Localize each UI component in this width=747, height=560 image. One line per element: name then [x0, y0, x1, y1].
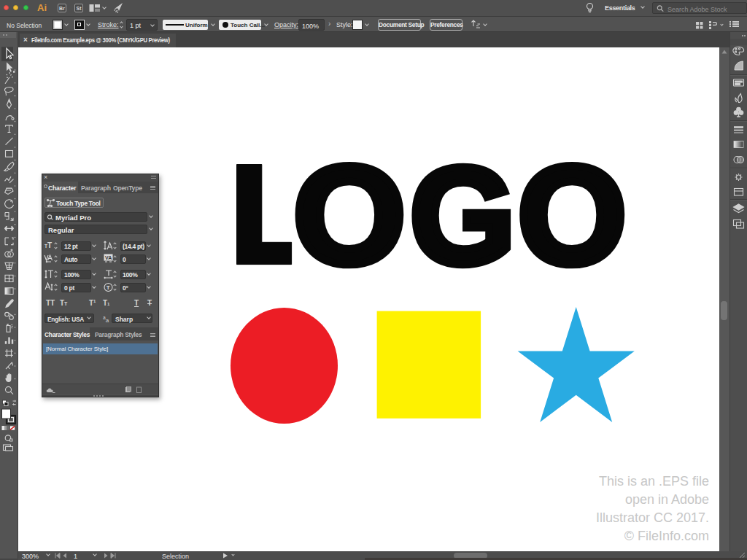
svg-text:T: T [107, 284, 110, 291]
svg-text:G: G [410, 138, 515, 293]
svg-text:Illustrator CC 2017.: Illustrator CC 2017. [596, 510, 709, 525]
svg-text:VA: VA [105, 255, 112, 260]
svg-text:O: O [518, 137, 627, 292]
svg-text:This is an .EPS file: This is an .EPS file [599, 474, 709, 489]
svg-text:O: O [293, 137, 406, 292]
svg-text:open in Adobe: open in Adobe [625, 492, 709, 507]
svg-text:© FileInfo.com: © FileInfo.com [624, 529, 709, 543]
